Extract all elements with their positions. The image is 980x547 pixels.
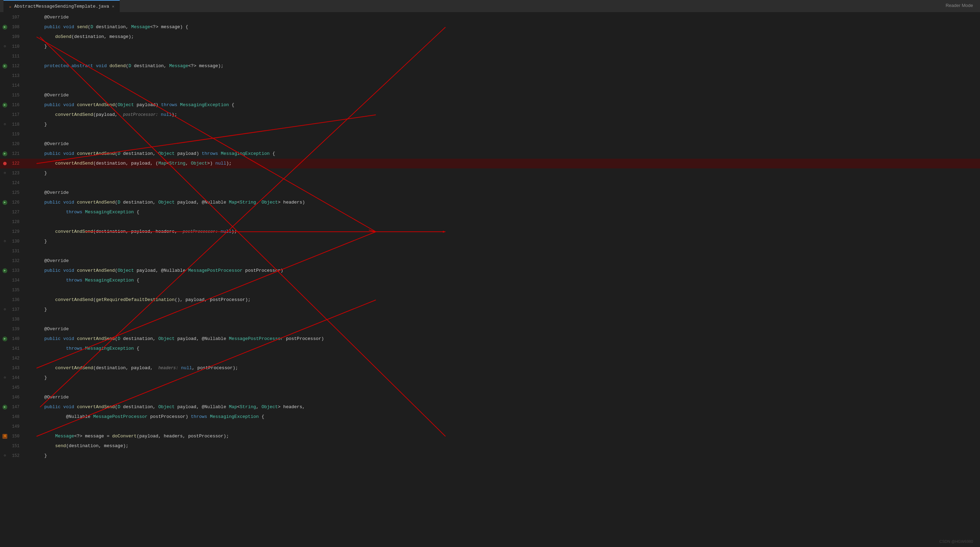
line-gutter: ▶ xyxy=(0,64,10,68)
line-code: @Override xyxy=(30,188,980,198)
title-bar: ☕ AbstractMessageSendingTemplate.java ✕ … xyxy=(0,0,980,13)
gutter-run-icon[interactable]: ▶ xyxy=(2,268,7,273)
line-code: Message<?> message = doConvert(payload, … xyxy=(30,431,980,441)
line-number: 126 xyxy=(10,198,25,207)
line-number: 139 xyxy=(10,324,25,334)
line-code xyxy=(30,71,980,81)
line-code: public void convertAndSend(D destination… xyxy=(30,149,980,159)
line-number: 122 xyxy=(10,159,25,169)
gutter-run-icon[interactable]: ▶ xyxy=(2,64,7,68)
line-number: 108 xyxy=(10,22,25,32)
code-line: 141 throws MessagingException { xyxy=(0,344,980,353)
line-number: 146 xyxy=(10,393,25,402)
code-line: ▶112 protected abstract void doSend(D de… xyxy=(0,61,980,71)
code-line: ⊖152 } xyxy=(0,451,980,461)
fold-icon[interactable]: ⊖ xyxy=(4,305,6,315)
line-code: public void send(D destination, Message<… xyxy=(30,22,980,32)
code-line: 113 xyxy=(0,71,980,81)
line-code: public void convertAndSend(Object payloa… xyxy=(30,100,980,110)
line-code: doSend(destination, message); xyxy=(30,32,980,42)
line-code: convertAndSend(getRequiredDefaultDestina… xyxy=(30,295,980,305)
line-number: 133 xyxy=(10,266,25,275)
line-code: } xyxy=(30,237,980,246)
line-code: @Override xyxy=(30,393,980,402)
code-line: 142 xyxy=(0,353,980,363)
code-line: 149 xyxy=(0,422,980,431)
line-gutter: ⊖ xyxy=(0,237,10,246)
line-number: 151 xyxy=(10,441,25,451)
line-code: convertAndSend(destination, payload, hea… xyxy=(30,363,980,373)
code-line: 127 throws MessagingException { xyxy=(0,207,980,217)
code-line: ▶126 public void convertAndSend(D destin… xyxy=(0,198,980,207)
code-line: 134 throws MessagingException { xyxy=(0,275,980,285)
gutter-run-icon[interactable]: ▶ xyxy=(2,103,7,108)
code-line: ▶133 public void convertAndSend(Object p… xyxy=(0,266,980,275)
code-line: ⊖123 } xyxy=(0,169,980,178)
fold-icon[interactable]: ⊖ xyxy=(4,42,6,51)
watermark: CSDN @HGW6980 xyxy=(939,539,973,544)
code-line: 107 @Override xyxy=(0,13,980,22)
tab-close-icon[interactable]: ✕ xyxy=(112,4,115,9)
reader-mode-button[interactable]: Reader Mode xyxy=(945,3,973,8)
code-line: 117 convertAndSend(payload, postProcesso… xyxy=(0,110,980,120)
line-code: public void convertAndSend(D destination… xyxy=(30,334,980,344)
line-number: 107 xyxy=(10,13,25,22)
line-code xyxy=(30,383,980,393)
line-code: } xyxy=(30,169,980,178)
gutter-run-icon[interactable]: ▶ xyxy=(2,200,7,205)
code-line: 120 @Override xyxy=(0,139,980,149)
line-gutter: ▶ xyxy=(0,337,10,341)
line-code xyxy=(30,246,980,256)
code-line: ⊖144 } xyxy=(0,373,980,383)
file-tab[interactable]: ☕ AbstractMessageSendingTemplate.java ✕ xyxy=(3,0,120,13)
line-gutter: ▶ xyxy=(0,200,10,205)
code-line: 132 @Override xyxy=(0,256,980,266)
fold-icon[interactable]: ⊖ xyxy=(4,120,6,129)
fold-icon[interactable]: ⊖ xyxy=(4,169,6,178)
code-line: ▶121 public void convertAndSend(D destin… xyxy=(0,149,980,159)
line-code: throws MessagingException { xyxy=(30,275,980,285)
line-code: public void convertAndSend(D destination… xyxy=(30,198,980,207)
gutter-run-icon[interactable]: ▶ xyxy=(2,25,7,30)
line-code xyxy=(30,81,980,91)
line-number: 136 xyxy=(10,295,25,305)
line-number: 135 xyxy=(10,285,25,295)
breakpoint-icon[interactable] xyxy=(3,162,6,165)
fold-icon[interactable]: ⊖ xyxy=(4,373,6,383)
fold-icon[interactable]: ⊖ xyxy=(4,451,6,461)
line-number: 152 xyxy=(10,451,25,461)
line-number: 138 xyxy=(10,315,25,324)
code-line: 114 xyxy=(0,81,980,91)
code-line: ⊖118 } xyxy=(0,120,980,129)
line-code: send(destination, message); xyxy=(30,441,980,451)
code-line: 138 xyxy=(0,315,980,324)
tab-filename: AbstractMessageSendingTemplate.java xyxy=(14,4,109,9)
code-line: 128 xyxy=(0,217,980,227)
line-number: 127 xyxy=(10,207,25,217)
line-number: 115 xyxy=(10,91,25,100)
code-line: 151 send(destination, message); xyxy=(0,441,980,451)
line-code xyxy=(30,129,980,139)
gutter-run-icon[interactable]: ▶ xyxy=(2,405,7,410)
line-code: @Override xyxy=(30,256,980,266)
line-number: 109 xyxy=(10,32,25,42)
line-code: } xyxy=(30,451,980,461)
gutter-run-icon[interactable]: ▶ xyxy=(2,151,7,156)
line-number: 134 xyxy=(10,275,25,285)
line-gutter: ▶ xyxy=(0,151,10,156)
code-line: 124 xyxy=(0,178,980,188)
gutter-run-icon[interactable]: ▶ xyxy=(2,337,7,341)
line-number: 121 xyxy=(10,149,25,159)
line-code xyxy=(30,353,980,363)
line-code: } xyxy=(30,120,980,129)
code-line: ▶147 public void convertAndSend(D destin… xyxy=(0,402,980,412)
line-number: 120 xyxy=(10,139,25,149)
line-gutter: ⊖ xyxy=(0,42,10,51)
code-line: 125 @Override xyxy=(0,188,980,198)
code-line: 109 doSend(destination, message); xyxy=(0,32,980,42)
line-code: @Override xyxy=(30,13,980,22)
line-number: 130 xyxy=(10,237,25,246)
line-gutter: 4 xyxy=(0,434,10,439)
editor: 107 @Override▶108 public void send(D des… xyxy=(0,13,980,547)
fold-icon[interactable]: ⊖ xyxy=(4,237,6,246)
